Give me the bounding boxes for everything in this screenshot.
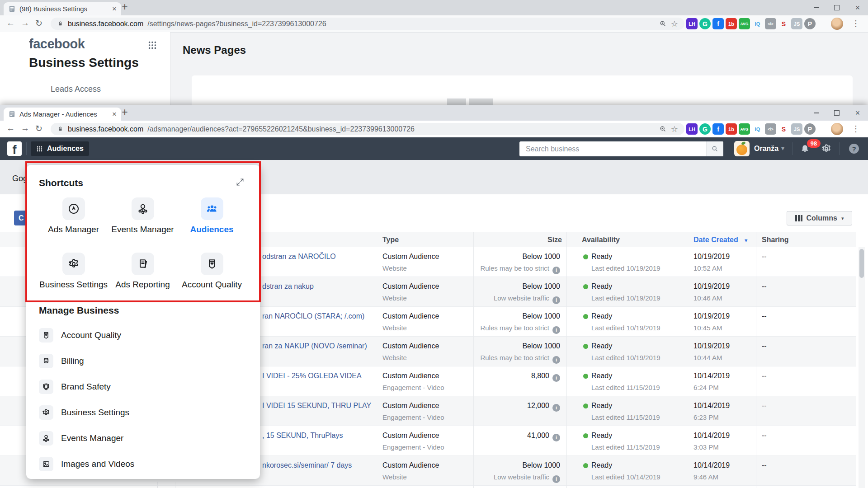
profile-avatar[interactable] [831, 18, 843, 30]
extension-icon[interactable]: </> [765, 18, 776, 29]
menu-item-images-and-videos[interactable]: Images and Videos [39, 451, 247, 477]
extension-icon[interactable]: AVG [739, 123, 750, 135]
info-icon[interactable]: i [552, 356, 560, 364]
scrollbar-thumb[interactable] [859, 249, 864, 278]
column-header-sharing[interactable]: Sharing [762, 232, 789, 247]
audience-name-link[interactable]: I VIDEI 15 SEKUND, THRU PLAY [262, 402, 371, 410]
extension-icon[interactable]: G [699, 18, 711, 29]
audience-name-link[interactable]: nkorosec.si/seminar/ 7 days [262, 461, 352, 469]
help-icon[interactable]: ? [849, 144, 859, 154]
extension-icon[interactable]: </> [765, 123, 776, 135]
close-button[interactable]: × [847, 105, 868, 121]
zoom-page-icon[interactable] [659, 125, 667, 133]
tab-close-icon[interactable]: × [112, 110, 117, 119]
search-icon[interactable] [706, 141, 723, 156]
audience-name-link[interactable]: ran za NAKUP (NOVO /seminar) [262, 342, 367, 350]
extension-icon[interactable]: S [778, 18, 789, 29]
address-bar[interactable]: business.facebook.com/adsmanager/audienc… [51, 123, 684, 135]
column-header-date-created[interactable]: Date Created▼ [693, 232, 749, 247]
back-button[interactable]: ← [6, 18, 15, 28]
extension-icon[interactable]: P [804, 123, 816, 135]
account-name[interactable]: Oranža [754, 145, 778, 153]
back-button[interactable]: ← [6, 123, 15, 133]
info-icon[interactable]: i [552, 434, 560, 441]
maximize-button[interactable] [826, 105, 847, 121]
shortcut-audiences[interactable]: Audiences [177, 197, 246, 235]
address-bar[interactable]: business.facebook.com/settings/news-page… [51, 18, 684, 30]
tab-ads-manager-audiences[interactable]: Ads Manager - Audiences × [4, 108, 121, 121]
audience-name-link[interactable]: odstran za NAROČILO [262, 253, 336, 261]
extension-icon[interactable]: P [804, 18, 816, 29]
info-icon[interactable]: i [552, 296, 560, 304]
minimize-button[interactable] [806, 0, 826, 15]
app-menu-button[interactable]: Audiences [31, 141, 89, 156]
shortcut-events-manager[interactable]: Events Manager [108, 197, 177, 235]
new-tab-button[interactable]: + [118, 106, 131, 120]
extension-icon[interactable]: f [712, 123, 724, 135]
settings-gear-icon[interactable] [821, 143, 832, 156]
create-audience-button-fragment[interactable]: C [14, 211, 26, 225]
close-button[interactable]: × [847, 0, 868, 15]
tab-close-icon[interactable]: × [112, 5, 117, 14]
extension-icon[interactable]: LH [686, 18, 698, 29]
account-avatar[interactable] [734, 141, 750, 156]
info-icon[interactable]: i [552, 475, 560, 483]
profile-avatar[interactable] [831, 123, 843, 135]
column-header-size[interactable]: Size [481, 232, 562, 247]
business-search-input[interactable] [519, 141, 706, 156]
shortcut-business-settings[interactable]: Business Settings [39, 253, 108, 290]
browser-menu-icon[interactable]: ⋮ [852, 124, 860, 134]
expand-icon[interactable] [236, 178, 245, 188]
audience-name-link[interactable]: , 15 SEKUND, ThruPlays [262, 432, 343, 440]
extension-icon[interactable]: 1b [726, 18, 737, 29]
new-tab-button[interactable]: + [118, 1, 131, 14]
shortcuts-heading: Shortcuts [39, 178, 83, 188]
facebook-logo[interactable]: facebook [29, 37, 85, 52]
extension-icon[interactable]: AVG [739, 18, 750, 29]
menu-item-business-settings[interactable]: Business Settings [39, 399, 247, 425]
zoom-page-icon[interactable] [659, 20, 667, 28]
menu-item-label: Brand Safety [61, 382, 111, 392]
bookmark-star-icon[interactable]: ☆ [671, 124, 678, 134]
bookmark-star-icon[interactable]: ☆ [671, 19, 678, 29]
shortcut-ads-reporting[interactable]: Ads Reporting [108, 253, 177, 290]
forward-button[interactable]: → [21, 18, 29, 28]
browser-menu-icon[interactable]: ⋮ [852, 19, 860, 28]
apps-grid-icon[interactable] [147, 40, 157, 50]
audience-name-link[interactable]: ran NAROČILO (STARA; /.com) [262, 312, 364, 320]
info-icon[interactable]: i [552, 267, 560, 274]
account-caret-icon[interactable]: ▾ [781, 145, 784, 152]
reload-button[interactable]: ↻ [35, 18, 42, 28]
extension-icon[interactable]: JS [791, 18, 802, 29]
minimize-button[interactable] [806, 105, 826, 121]
extension-icon[interactable]: JS [791, 123, 802, 135]
info-icon[interactable]: i [552, 326, 560, 334]
menu-item-brand-safety[interactable]: Brand Safety [39, 374, 247, 399]
maximize-button[interactable] [826, 0, 847, 15]
column-header-availability[interactable]: Availability [582, 232, 620, 247]
menu-item-events-manager[interactable]: Events Manager [39, 425, 247, 451]
tab-business-settings[interactable]: (98) Business Settings × [4, 2, 121, 15]
column-header-type[interactable]: Type [382, 232, 399, 247]
shortcut-ads-manager[interactable]: Ads Manager [39, 197, 108, 235]
extension-icon[interactable]: G [699, 123, 711, 135]
audience-name-link[interactable]: dstran za nakup [262, 282, 314, 291]
menu-item-account-quality[interactable]: Account Quality [39, 322, 247, 348]
extension-icon[interactable]: 1b [726, 123, 737, 135]
extension-icon[interactable]: f [712, 18, 724, 29]
menu-item-billing[interactable]: Billing [39, 348, 247, 374]
forward-button[interactable]: → [21, 123, 29, 133]
reload-button[interactable]: ↻ [35, 123, 42, 134]
facebook-home-logo[interactable]: f [7, 141, 22, 156]
columns-button[interactable]: Columns ▾ [787, 211, 852, 225]
info-icon[interactable]: i [552, 374, 560, 382]
shortcut-account-quality[interactable]: Account Quality [177, 253, 246, 290]
extension-icon[interactable]: IQ [752, 18, 763, 29]
extension-icon[interactable]: S [778, 123, 789, 135]
table-scrollbar[interactable] [859, 247, 865, 488]
audience-name-link[interactable]: I VIDEI - 25% OGLEDA VIDEA [262, 372, 362, 380]
extension-icon[interactable]: LH [686, 123, 698, 135]
info-icon[interactable]: i [552, 404, 560, 412]
sidebar-item-leads-access[interactable]: Leads Access [51, 84, 101, 94]
extension-icon[interactable]: IQ [752, 123, 763, 135]
